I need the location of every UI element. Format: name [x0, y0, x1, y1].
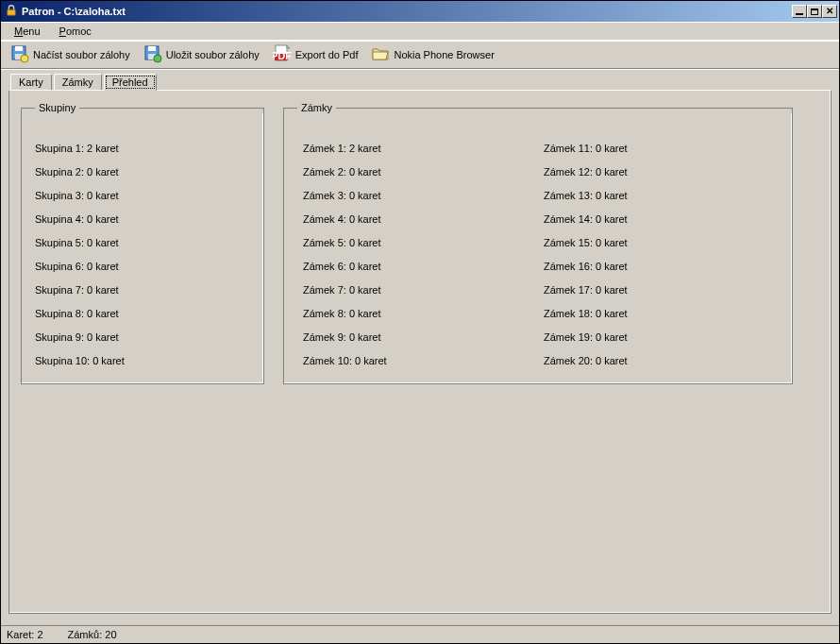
zamek-item: Zámek 10: 0 karet	[303, 348, 538, 372]
nokia-browser-label: Nokia Phone Browser	[394, 49, 494, 60]
tab-prehled-label: Přehled	[112, 76, 148, 88]
zamek-item: Zámek 13: 0 karet	[544, 183, 779, 207]
status-zamku: Zámků: 20	[68, 629, 117, 640]
maximize-button[interactable]	[807, 5, 822, 18]
tab-strip: Karty Zámky Přehled	[10, 73, 832, 90]
status-karet: Karet: 2	[7, 629, 43, 640]
floppy-open-icon	[10, 44, 29, 65]
window-buttons: ✕	[792, 5, 837, 18]
zamek-item: Zámek 1: 2 karet	[303, 136, 538, 160]
tab-prehled[interactable]: Přehled	[104, 74, 157, 91]
pdf-icon: PDF	[273, 44, 292, 65]
zamek-item: Zámek 6: 0 karet	[303, 254, 538, 278]
status-bar: Karet: 2 Zámků: 20	[1, 625, 839, 642]
zamek-item: Zámek 8: 0 karet	[303, 301, 538, 325]
skupina-item: Skupina 4: 0 karet	[35, 207, 250, 230]
toolbar: Načíst soubor zálohy Uložit soubor záloh…	[1, 41, 839, 69]
content-area: Karty Zámky Přehled Skupiny Skupina 1: 2…	[1, 69, 839, 625]
save-backup-label: Uložit soubor zálohy	[166, 49, 260, 60]
svg-rect-2	[15, 46, 23, 51]
menu-menu[interactable]: Menu	[7, 24, 48, 39]
zamek-item: Zámek 19: 0 karet	[544, 325, 779, 348]
tab-karty-label: Karty	[19, 76, 43, 88]
zamek-item: Zámek 7: 0 karet	[303, 278, 538, 301]
svg-point-8	[154, 55, 161, 62]
zamek-item: Zámek 5: 0 karet	[303, 230, 538, 254]
menu-help[interactable]: Pomoc	[52, 24, 99, 39]
menu-bar: Menu Pomoc	[1, 22, 839, 41]
groupbox-skupiny: Skupiny Skupina 1: 2 karetSkupina 2: 0 k…	[21, 102, 264, 384]
export-pdf-button[interactable]: PDF Export do Pdf	[269, 42, 362, 67]
tab-panel: Skupiny Skupina 1: 2 karetSkupina 2: 0 k…	[8, 90, 832, 614]
zamek-item: Zámek 11: 0 karet	[544, 136, 779, 160]
load-backup-label: Načíst soubor zálohy	[33, 49, 130, 60]
tab-karty[interactable]: Karty	[10, 74, 52, 91]
lock-icon	[5, 4, 18, 19]
groupbox-skupiny-legend: Skupiny	[35, 102, 79, 113]
skupina-item: Skupina 3: 0 karet	[35, 183, 250, 207]
zamek-item: Zámek 12: 0 karet	[544, 160, 779, 183]
zamek-item: Zámek 18: 0 karet	[544, 301, 779, 325]
minimize-button[interactable]	[792, 5, 807, 18]
skupiny-list: Skupina 1: 2 karetSkupina 2: 0 karetSkup…	[35, 136, 250, 372]
nokia-browser-button[interactable]: Nokia Phone Browser	[367, 42, 497, 67]
load-backup-button[interactable]: Načíst soubor zálohy	[7, 42, 134, 67]
export-pdf-label: Export do Pdf	[295, 49, 359, 60]
zamek-item: Zámek 20: 0 karet	[544, 348, 779, 372]
svg-text:PDF: PDF	[273, 50, 292, 61]
title-bar: Patron - C:\zaloha.txt ✕	[1, 1, 839, 22]
zamek-item: Zámek 2: 0 karet	[303, 160, 538, 183]
folder-open-icon	[371, 44, 390, 65]
groupbox-zamky: Zámky Zámek 1: 2 karetZámek 2: 0 karetZá…	[283, 102, 793, 384]
skupina-item: Skupina 5: 0 karet	[35, 230, 250, 254]
zamek-item: Zámek 16: 0 karet	[544, 254, 779, 278]
skupina-item: Skupina 6: 0 karet	[35, 254, 250, 278]
svg-rect-0	[8, 9, 16, 15]
zamek-item: Zámek 17: 0 karet	[544, 278, 779, 301]
svg-point-4	[21, 55, 28, 62]
zamek-item: Zámek 14: 0 karet	[544, 207, 779, 230]
svg-rect-6	[148, 46, 156, 51]
skupina-item: Skupina 1: 2 karet	[35, 136, 250, 160]
skupina-item: Skupina 7: 0 karet	[35, 278, 250, 301]
floppy-save-icon	[143, 44, 162, 65]
groupbox-zamky-legend: Zámky	[297, 102, 336, 113]
zamky-list-right: Zámek 11: 0 karetZámek 12: 0 karetZámek …	[538, 136, 779, 372]
skupina-item: Skupina 9: 0 karet	[35, 325, 250, 348]
zamky-list-left: Zámek 1: 2 karetZámek 2: 0 karetZámek 3:…	[297, 136, 538, 372]
save-backup-button[interactable]: Uložit soubor zálohy	[140, 42, 263, 67]
zamek-item: Zámek 15: 0 karet	[544, 230, 779, 254]
close-button[interactable]: ✕	[822, 5, 837, 18]
skupina-item: Skupina 10: 0 karet	[35, 348, 250, 372]
skupina-item: Skupina 2: 0 karet	[35, 160, 250, 183]
zamek-item: Zámek 3: 0 karet	[303, 183, 538, 207]
window-title: Patron - C:\zaloha.txt	[22, 6, 126, 17]
tab-zamky[interactable]: Zámky	[54, 74, 102, 91]
zamek-item: Zámek 9: 0 karet	[303, 325, 538, 348]
tab-zamky-label: Zámky	[62, 76, 93, 88]
skupina-item: Skupina 8: 0 karet	[35, 301, 250, 325]
zamek-item: Zámek 4: 0 karet	[303, 207, 538, 230]
